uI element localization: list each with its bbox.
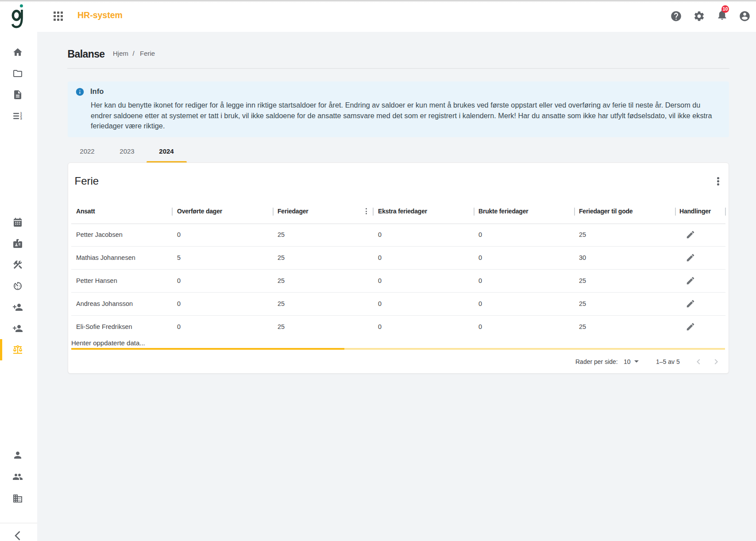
- svg-text:3: 3: [20, 116, 22, 120]
